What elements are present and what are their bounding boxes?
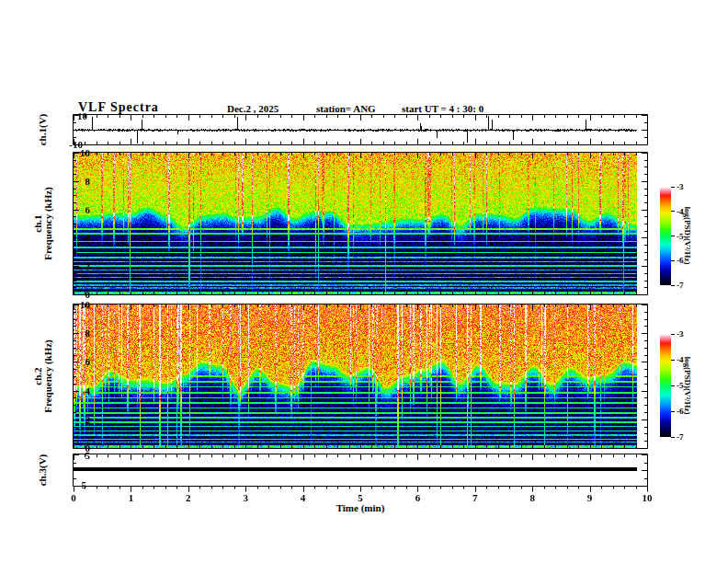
colorbar-tick — [671, 385, 675, 386]
colorbar-ch2 — [660, 334, 671, 437]
x-tick-label: 3 — [243, 492, 248, 503]
x-tick-label: 1 — [129, 492, 134, 503]
colorbar-tick — [671, 360, 675, 361]
ch1-frequency-axis-title-line2: Frequency (kHz) — [43, 187, 53, 260]
ch1-waveform-plot — [73, 114, 648, 145]
colorbar-tick-label: -3 — [677, 182, 684, 191]
colorbar-tick — [671, 411, 675, 412]
ch2-frequency-axis-title: ch.2 Frequency (kHz) — [33, 339, 53, 413]
ch1-freq-tick-label: 6 — [55, 204, 90, 215]
ch1-freq-tick-label: 2 — [55, 260, 90, 271]
colorbar-tick — [671, 236, 675, 236]
colorbar-tick — [671, 334, 675, 335]
ch3-waveform-plot — [73, 454, 648, 494]
ch2-freq-tick-label: 2 — [55, 414, 90, 425]
colorbar-tick-label: -3 — [677, 329, 684, 339]
x-tick-label: 7 — [472, 492, 478, 503]
ch2-freq-tick-label: 4 — [55, 385, 90, 396]
colorbar-tick — [671, 211, 675, 212]
ch1-freq-tick-label: 8 — [55, 176, 90, 187]
ch1-voltage-axis-title: ch.1(V) — [37, 114, 48, 146]
x-tick-label: 8 — [529, 492, 535, 503]
colorbar-tick — [671, 260, 675, 261]
ch1-frequency-axis-title: ch.1 Frequency (kHz) — [33, 187, 53, 260]
colorbar-tick-label: -6 — [677, 256, 684, 265]
start-ut-label: start UT = 4 : 30: 0 — [402, 103, 483, 114]
colorbar-tick — [671, 187, 675, 188]
colorbar-tick-label: -5 — [677, 232, 684, 241]
ch2-freq-tick-label: 8 — [55, 327, 90, 339]
x-tick-label: 10 — [643, 492, 653, 503]
x-tick-label: 4 — [301, 492, 306, 503]
x-tick-label: 9 — [587, 492, 593, 503]
ch1-spectrogram-plot — [73, 152, 648, 295]
date-label: Dec.2 , 2025 — [227, 103, 279, 114]
ch1-y-tick-label: 10 — [52, 110, 87, 121]
x-axis-title: Time (min) — [336, 502, 385, 513]
x-tick-label: 5 — [358, 492, 363, 503]
x-tick-label: 6 — [415, 492, 421, 503]
ch2-frequency-axis-title-line2: Frequency (kHz) — [43, 339, 53, 413]
ch3-y-tick-label: 5 — [55, 450, 90, 461]
colorbar-tick-label: -6 — [677, 407, 684, 416]
x-tick-label: 0 — [71, 492, 76, 503]
ch2-spectrogram-plot — [73, 304, 648, 449]
station-label: station= ANG — [316, 103, 376, 114]
colorbar-tick-label: -4 — [677, 207, 684, 216]
ch2-freq-tick-label: 10 — [55, 299, 90, 310]
colorbar-tick — [671, 437, 675, 438]
ch3-voltage-axis-title: ch.3(V) — [37, 454, 48, 487]
colorbar-tick-label: -5 — [677, 381, 684, 390]
ch2-freq-tick-label: 6 — [55, 356, 90, 367]
colorbar-tick-label: -7 — [677, 432, 684, 442]
colorbar-tick-label: -7 — [677, 281, 684, 290]
colorbar-tick — [671, 285, 675, 286]
colorbar-ch2-title: log(PSD)(V²/Hz) — [683, 356, 692, 414]
colorbar-tick-label: -4 — [677, 355, 684, 364]
plot-title: VLF Spectra — [78, 100, 159, 115]
colorbar-ch1 — [660, 187, 671, 285]
ch1-freq-tick-label: 10 — [55, 147, 90, 158]
ch3-y-tick-label: -5 — [51, 479, 86, 490]
colorbar-ch1-title: log(PSD)(V²/Hz) — [683, 206, 692, 264]
ch1-freq-tick-label: 4 — [55, 232, 90, 243]
x-tick-label: 2 — [186, 492, 191, 503]
